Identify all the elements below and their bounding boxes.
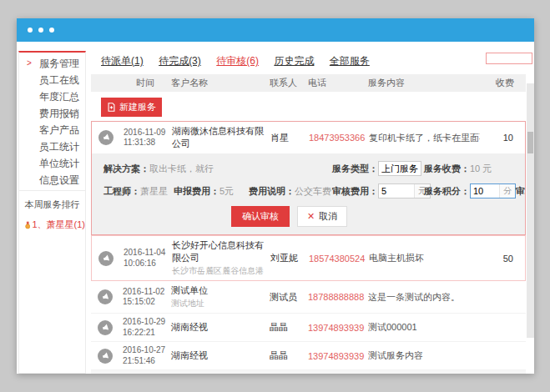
sidebar-item-info-settings[interactable]: >信息设置 <box>19 172 85 188</box>
sidebar-item-unit-stats[interactable]: >单位统计 <box>19 155 85 172</box>
service-record-icon <box>98 130 114 145</box>
window-titlebar <box>17 18 534 42</box>
review-fee-input[interactable] <box>379 184 414 198</box>
service-record-icon <box>98 320 113 335</box>
window-dot-icon[interactable] <box>28 28 33 33</box>
engineer-label: 工程师： <box>103 185 140 198</box>
solution-label: 解决方案： <box>103 163 149 175</box>
sidebar-item-service-management[interactable]: >服务管理 <box>19 55 85 72</box>
service-fee-value: 10 元 <box>470 163 492 175</box>
table-row[interactable]: 2016-07-0318:13:37 湖南微沐信息科技有限公司 肖星星 1521… <box>91 370 526 374</box>
sidebar-item-staff-online[interactable]: >员工在线 <box>19 72 85 88</box>
new-service-button[interactable]: 新建服务 <box>101 98 162 117</box>
sidebar-item-customer-products[interactable]: >客户产品 <box>19 122 85 138</box>
table-row[interactable]: 2016-11-0215:15:02 测试单位测试地址 测试员 18788888… <box>91 281 526 314</box>
service-record-icon <box>98 289 113 304</box>
sidebar-item-annual-summary[interactable]: >年度汇总 <box>19 88 85 105</box>
row-phone[interactable]: 18574380524 <box>309 254 369 264</box>
tab-all-services[interactable]: 全部服务 <box>330 54 370 68</box>
row-contact: 肖星 <box>270 132 309 144</box>
service-rows: 2016-11-0410:06:16 长沙好开心信息科技有限公司长沙市岳麓区麓谷… <box>91 235 534 374</box>
row-date: 2016-11-09 <box>124 128 172 138</box>
new-service-label: 新建服务 <box>119 101 156 113</box>
table-row[interactable]: 2016-10-2721:51:46 湖南经视 晶晶 13974893939 测… <box>91 342 526 370</box>
confirm-review-button[interactable]: 确认审核 <box>231 206 290 227</box>
ranking-item-label: 1、萧星星(1) <box>32 219 85 231</box>
row-customer: 测试单位 <box>171 284 270 297</box>
sidebar-item-label: 员工在线 <box>39 74 79 86</box>
row-address: 长沙市岳麓区麓谷信息港 <box>172 265 270 277</box>
sidebar-item-staff-stats[interactable]: >员工统计 <box>19 138 85 155</box>
tab-pending-review[interactable]: 待审核(6) <box>216 54 259 68</box>
service-fee-label: 服务收费： <box>424 163 470 175</box>
row-contact: 刘亚妮 <box>270 252 309 264</box>
declared-fee-value: 5元 <box>219 185 234 198</box>
service-type-input[interactable] <box>378 161 421 176</box>
points-label: 服务积分： <box>424 185 470 198</box>
row-content: 这是一条测试的内容。 <box>368 291 460 304</box>
sidebar-item-label: 客户产品 <box>39 124 79 136</box>
tab-pending-completion[interactable]: 待完成(3) <box>159 54 201 68</box>
row-fee: 10 <box>480 133 525 143</box>
row-phone[interactable]: 13974893939 <box>308 351 368 361</box>
sidebar-item-label: 单位统计 <box>39 158 79 169</box>
row-customer: 湖南经视 <box>171 321 270 334</box>
app-window: >服务管理 >员工在线 >年度汇总 >费用报销 >客户产品 >员工统计 >单位统… <box>17 18 534 374</box>
row-date: 2016-11-04 <box>124 248 172 259</box>
header-phone: 电话 <box>308 77 368 89</box>
row-phone[interactable]: 13974893939 <box>308 323 368 333</box>
sidebar-item-label: 信息设置 <box>39 174 79 186</box>
active-arrow-icon: > <box>27 55 32 72</box>
cancel-label: 取消 <box>319 210 337 223</box>
fee-note-value: 公交车费 <box>295 185 331 198</box>
solution-value: 取出卡纸，就行 <box>149 163 214 175</box>
row-phone[interactable]: 18473953366 <box>309 133 369 143</box>
service-record-icon <box>98 251 114 266</box>
row-customer: 湖南微沐信息科技有限公司 <box>172 125 270 150</box>
row-time: 10:06:16 <box>124 259 172 269</box>
review-note-label: 审核说明： <box>516 185 525 198</box>
row-date: 2016-10-29 <box>123 317 171 328</box>
sidebar-item-expense-claims[interactable]: >费用报销 <box>19 105 85 122</box>
row-phone[interactable]: 18788888888 <box>308 292 368 302</box>
sidebar-item-label: 服务管理 <box>39 58 79 69</box>
window-dot-icon[interactable] <box>49 28 54 33</box>
tab-history[interactable]: 历史完成 <box>274 54 314 68</box>
header-time: 时间 <box>119 77 171 89</box>
tab-bar: 待派单(1) 待完成(3) 待审核(6) 历史完成 全部服务 <box>91 42 534 74</box>
row-time: 11:31:38 <box>124 138 172 148</box>
sidebar-item-label: 年度汇总 <box>39 91 79 103</box>
row-time: 16:22:21 <box>123 328 171 339</box>
sidebar-panel: >服务管理 >员工在线 >年度汇总 >费用报销 >客户产品 >员工统计 >单位统… <box>18 51 86 374</box>
row-content: 测试000001 <box>368 321 417 334</box>
window-dot-icon[interactable] <box>38 28 43 33</box>
points-unit: 分 <box>499 184 515 198</box>
row-time: 21:51:46 <box>123 356 171 367</box>
ranking-item[interactable]: 1、萧星星(1) <box>19 219 85 231</box>
header-customer: 客户名称 <box>171 77 270 89</box>
table-row[interactable]: 2016-10-2916:22:21 湖南经视 晶晶 13974893939 测… <box>91 314 526 342</box>
row-date: 2016-10-27 <box>123 345 171 356</box>
table-header: 时间 客户名称 联系人 电话 服务内容 收费 <box>91 74 526 92</box>
sidebar-item-label: 员工统计 <box>39 141 79 153</box>
review-block: 2016-11-0911:31:38 湖南微沐信息科技有限公司 肖星 18473… <box>91 121 526 235</box>
search-input[interactable] <box>486 53 532 64</box>
table-row[interactable]: 2016-11-0911:31:38 湖南微沐信息科技有限公司 肖星 18473… <box>92 122 525 153</box>
row-contact: 晶晶 <box>270 321 308 334</box>
vertical-scrollbar[interactable] <box>527 83 534 338</box>
points-input[interactable] <box>471 184 499 198</box>
sidebar: >服务管理 >员工在线 >年度汇总 >费用报销 >客户产品 >员工统计 >单位统… <box>17 42 91 374</box>
scrollbar-thumb[interactable] <box>527 132 533 153</box>
header-content: 服务内容 <box>368 77 481 89</box>
review-form: 解决方案： 取出卡纸，就行 服务类型： 服务收费： 10 元 <box>92 153 525 234</box>
header-contact: 联系人 <box>270 77 308 89</box>
row-customer: 长沙好开心信息科技有限公司 <box>172 239 270 264</box>
main-content: 待派单(1) 待完成(3) 待审核(6) 历史完成 全部服务 时间 客户名称 联… <box>91 42 534 374</box>
sidebar-divider <box>19 190 85 191</box>
table-row[interactable]: 2016-11-0410:06:16 长沙好开心信息科技有限公司长沙市岳麓区麓谷… <box>91 235 526 281</box>
sidebar-menu: >服务管理 >员工在线 >年度汇总 >费用报销 >客户产品 >员工统计 >单位统… <box>19 53 85 188</box>
tab-pending-dispatch[interactable]: 待派单(1) <box>101 54 144 68</box>
cancel-button[interactable]: ✕取消 <box>297 206 347 227</box>
row-address: 测试地址 <box>171 298 270 309</box>
row-date: 2016-11-02 <box>123 287 171 298</box>
